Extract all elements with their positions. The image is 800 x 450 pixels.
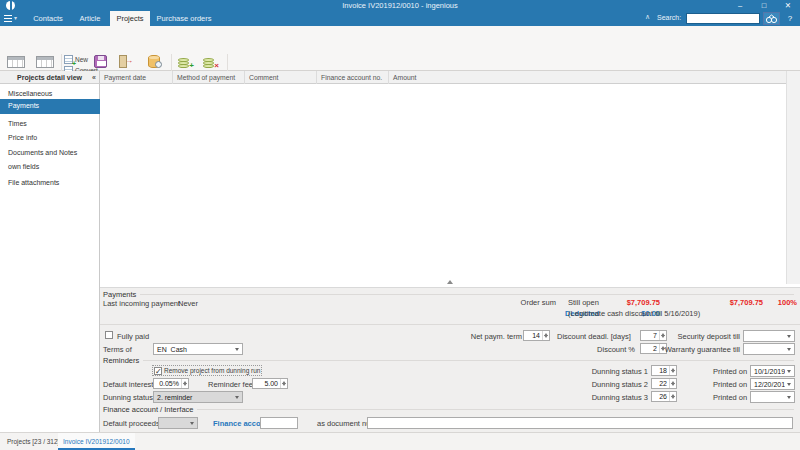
close-button[interactable]: ✕ xyxy=(776,0,800,11)
exit-door-icon: → xyxy=(118,55,132,68)
title-bar: Invoice IV201912/0010 - ingenious – □ ✕ xyxy=(0,0,800,11)
detail-view-sidebar: Miscellaneous Payments Times Price info … xyxy=(0,84,100,432)
ribbon: All Selection Display + New ↻ Convert × … xyxy=(0,26,800,71)
order-sum-value: $7,709.75 xyxy=(627,298,660,307)
order-sum-label: Order sum xyxy=(496,298,556,307)
checked-checkbox-icon xyxy=(154,367,162,375)
collapse-ribbon-icon[interactable]: ∧ xyxy=(645,13,650,21)
security-deposit-label: Security deposit till xyxy=(660,332,740,341)
spinner-arrows-icon xyxy=(669,392,676,401)
search-input[interactable] xyxy=(686,13,760,24)
sidebar-item-price-info[interactable]: Price info xyxy=(0,131,100,145)
dunning-status-label: Dunning status xyxy=(103,393,153,402)
finance-account-input[interactable] xyxy=(260,417,298,429)
group-finance-account: Finance account / Interface xyxy=(103,405,794,414)
table-grid-icon xyxy=(7,56,25,68)
section-divider xyxy=(100,324,800,325)
minimize-button[interactable]: – xyxy=(728,0,752,11)
net-payment-term-spinner[interactable]: 14 xyxy=(523,330,550,341)
tab-purchase-orders[interactable]: Purchase orders xyxy=(152,11,216,26)
default-proceeds-label: Default proceeds xyxy=(103,419,160,428)
search-label: Search: xyxy=(657,14,681,21)
tab-article[interactable]: Article xyxy=(72,11,108,26)
default-interest-spinner[interactable]: 0.05% xyxy=(153,378,189,389)
coins-remove-icon: × xyxy=(203,55,219,68)
dunning-status-1-spinner[interactable]: 18 xyxy=(651,365,677,376)
app-window: Invoice IV201912/0010 - ingenious – □ ✕ … xyxy=(0,0,800,450)
default-interest-label: Default interest xyxy=(103,380,153,389)
remove-from-dunning-checkbox[interactable]: Remove project from dunning run xyxy=(152,365,262,376)
dunning-status-2-label: Dunning status 2 xyxy=(578,380,648,389)
security-deposit-dropdown[interactable] xyxy=(743,330,795,342)
dunning-status-1-label: Dunning status 1 xyxy=(578,367,648,376)
menu-icon xyxy=(4,15,12,22)
spinner-arrows-icon xyxy=(280,379,287,388)
still-open-percent: 100% xyxy=(778,298,797,307)
payments-table-body[interactable] xyxy=(100,84,786,284)
warranty-guarantee-dropdown[interactable] xyxy=(743,343,795,355)
window-title: Invoice IV201912/0010 - ingenious xyxy=(0,1,800,10)
chevron-down-icon xyxy=(233,392,242,402)
sidebar-item-times[interactable]: Times xyxy=(0,117,100,131)
vertical-scrollbar[interactable] xyxy=(786,71,800,284)
project-new-button[interactable]: + New xyxy=(64,54,88,64)
dunning-status-dropdown[interactable]: 2. reminder xyxy=(153,391,243,403)
help-button[interactable]: ? xyxy=(782,12,798,25)
payment-detail-panel: Payments Last incoming payment Never Ord… xyxy=(100,287,800,432)
default-proceeds-dropdown[interactable] xyxy=(158,417,198,429)
spinner-arrows-icon xyxy=(669,366,676,375)
bottom-tab-projects[interactable]: Projects [23 / 312] xyxy=(2,433,64,450)
column-amount[interactable]: Amount xyxy=(388,71,786,84)
warranty-guarantee-label: Warranty guarantee till xyxy=(650,345,740,354)
sidebar-item-documents-and-notes[interactable]: Documents and Notes xyxy=(0,146,100,160)
net-payment-term-label: Net paym. term xyxy=(452,332,522,341)
reminder-fee-spinner[interactable]: 5.00 xyxy=(252,378,288,389)
chevron-down-icon xyxy=(785,379,794,389)
spinner-arrows-icon xyxy=(669,379,676,388)
save-icon xyxy=(94,55,107,68)
group-payments: Payments xyxy=(103,290,794,299)
terms-of-dropdown[interactable]: EN_Cash xyxy=(153,343,243,355)
terms-of-label: Terms of xyxy=(103,345,132,354)
printed-on-3-date[interactable] xyxy=(750,391,795,403)
chevron-down-icon xyxy=(785,344,794,354)
dunning-status-3-label: Dunning status 3 xyxy=(578,393,648,402)
still-open-label: Still open xyxy=(568,298,599,307)
last-incoming-payment-value: Never xyxy=(178,299,198,308)
new-project-icon: + xyxy=(64,55,73,64)
discount-percent-label: Discount % xyxy=(575,345,635,354)
printed-on-3-label: Printed on xyxy=(713,393,747,402)
collapse-sidebar-icon[interactable]: « xyxy=(92,71,96,84)
fully-paid-checkbox[interactable] xyxy=(105,331,113,339)
document-number-input[interactable] xyxy=(367,417,793,429)
maximize-button[interactable]: □ xyxy=(752,0,776,11)
coins-add-icon: + xyxy=(178,55,194,68)
sidebar-item-own-fields[interactable]: own fields xyxy=(0,160,100,174)
splitter-handle-icon[interactable] xyxy=(447,280,453,284)
still-open-value: $7,709.75 xyxy=(730,298,763,307)
printed-on-1-label: Printed on xyxy=(713,367,747,376)
chevron-down-icon xyxy=(785,331,794,341)
cash-discount-note: (Legitimate cash discount till 5/16/2019… xyxy=(568,309,700,318)
chevron-down-icon xyxy=(785,392,794,402)
sidebar-item-file-attachments[interactable]: File attachments xyxy=(0,176,100,190)
column-method-of-payment[interactable]: Method of payment xyxy=(172,71,244,84)
dunning-status-2-spinner[interactable]: 22 xyxy=(651,378,677,389)
bottom-tab-invoice[interactable]: Invoice IV201912/0010 xyxy=(58,433,135,450)
printed-on-2-date[interactable]: 12/20/2019 xyxy=(750,378,795,390)
printed-on-2-label: Printed on xyxy=(713,380,747,389)
column-payment-date[interactable]: Payment date xyxy=(100,71,172,84)
app-menu-button[interactable]: ▾ xyxy=(4,14,22,24)
last-incoming-payment-label: Last incoming payment xyxy=(103,299,180,308)
chevron-down-icon xyxy=(233,344,242,354)
sidebar-item-payments[interactable]: Payments xyxy=(0,99,100,114)
tab-projects[interactable]: Projects xyxy=(110,11,150,26)
dunning-status-3-spinner[interactable]: 26 xyxy=(651,391,677,402)
bottom-tab-bar: Projects [23 / 312] Invoice IV201912/001… xyxy=(0,432,800,450)
tab-contacts[interactable]: Contacts xyxy=(26,11,70,26)
column-comment[interactable]: Comment xyxy=(244,71,316,84)
advanced-search-button[interactable] xyxy=(763,12,780,25)
printed-on-1-date[interactable]: 10/1/2019 xyxy=(750,365,795,377)
ribbon-tab-row: ▾ Contacts Article Projects Purchase ord… xyxy=(0,11,800,26)
column-finance-account-no[interactable]: Finance account no. xyxy=(316,71,388,84)
